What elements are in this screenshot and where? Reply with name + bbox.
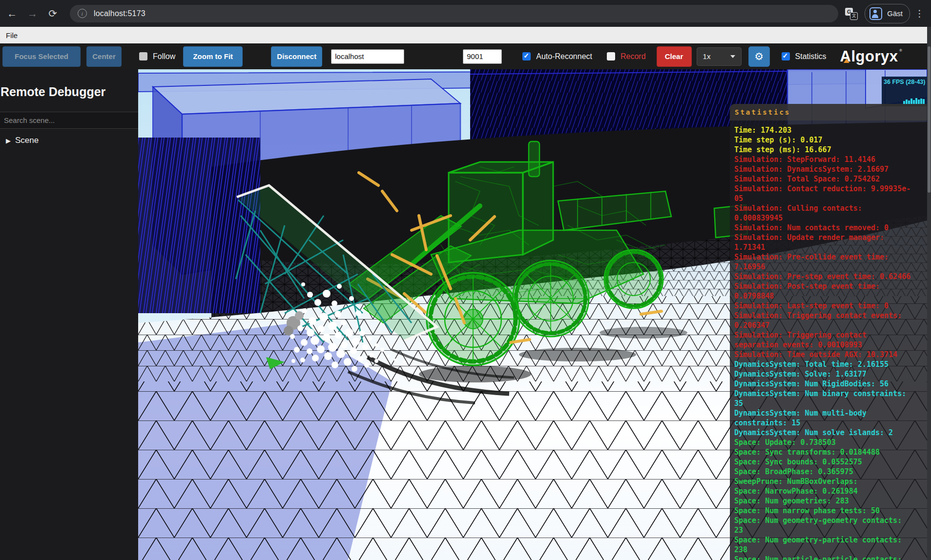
site-info-icon[interactable]: i bbox=[78, 9, 87, 18]
stat-line: Space: Num particle-particle contacts: bbox=[734, 555, 911, 560]
stat-line: DynamicsSystem: Num multi-body constrain… bbox=[734, 408, 911, 428]
fps-widget: 36 FPS (28-43) bbox=[882, 77, 927, 106]
stat-line: DynamicsSystem: Num binary constraints: … bbox=[734, 389, 911, 408]
stat-line: DynamicsSystem: Num RigidBodies: 56 bbox=[734, 379, 911, 389]
stat-line: Time step (ms): 16.667 bbox=[734, 145, 911, 155]
reload-icon[interactable]: ⟳ bbox=[44, 5, 61, 22]
avatar-icon bbox=[869, 7, 882, 20]
center-button[interactable]: Center bbox=[86, 46, 122, 67]
url-text[interactable]: localhost:5173 bbox=[94, 9, 145, 18]
settings-button[interactable]: ⚙ bbox=[748, 46, 770, 67]
search-input[interactable] bbox=[0, 112, 138, 129]
disconnect-button[interactable]: Disconnect bbox=[271, 46, 322, 67]
gear-icon: ⚙ bbox=[754, 51, 764, 62]
statistics-checkbox[interactable] bbox=[782, 52, 790, 60]
stat-line: Simulation: Total Space: 0.754262 bbox=[734, 174, 911, 184]
stat-line: Simulation: Post-step event time: 0.0798… bbox=[734, 281, 911, 301]
stat-line: SweepPrune: NumBBoxOverlaps: bbox=[734, 477, 911, 486]
scene-node-label: Scene bbox=[15, 136, 39, 145]
auto-reconnect-checkbox[interactable] bbox=[522, 52, 531, 60]
stat-line: Space: Num geometry-geometry contacts: 2… bbox=[734, 516, 911, 535]
stat-line: Simulation: Triggering contact separatio… bbox=[734, 330, 911, 350]
statistics-panel: Statistics Time: 174.203Time step (s): 0… bbox=[730, 104, 927, 560]
port-input[interactable] bbox=[463, 49, 502, 64]
translate-icon[interactable]: G 文 bbox=[845, 7, 858, 20]
browser-menu-icon[interactable]: ⋮ bbox=[915, 8, 924, 19]
menu-file[interactable]: File bbox=[0, 31, 23, 40]
stat-line: Simulation: Last-step event time: 0 bbox=[734, 301, 911, 311]
stat-line: Space: Sync transforms: 0.0184488 bbox=[734, 447, 911, 457]
chevron-down-icon bbox=[730, 55, 735, 58]
follow-label: Follow bbox=[153, 52, 175, 61]
algoryx-logo-accent bbox=[844, 59, 849, 63]
back-icon[interactable]: ← bbox=[4, 5, 21, 22]
sidebar-title: Remote Debugger bbox=[0, 85, 138, 99]
stat-line: DynamicsSystem: Num solve islands: 2 bbox=[734, 428, 911, 438]
stat-line: DynamicsSystem: Total time: 2.16155 bbox=[734, 360, 911, 369]
record-checkbox[interactable] bbox=[607, 52, 615, 60]
stat-line: Space: Num geometry-particle contacts: 2… bbox=[734, 535, 911, 555]
app-menubar: File bbox=[0, 27, 931, 44]
speed-value: 1x bbox=[703, 52, 711, 60]
translate-wen-glyph: 文 bbox=[850, 12, 858, 20]
algoryx-logo: Algoryx ® bbox=[840, 48, 898, 65]
record-label: Record bbox=[621, 52, 646, 61]
scrollbar-thumb[interactable] bbox=[928, 46, 931, 193]
profile-name: Gäst bbox=[887, 9, 903, 18]
scene-sidebar: Remote Debugger ▶ Scene bbox=[0, 69, 138, 560]
focus-selected-button[interactable]: Focus Selected bbox=[2, 46, 81, 67]
caret-right-icon[interactable]: ▶ bbox=[6, 137, 11, 144]
zoom-to-fit-button[interactable]: Zoom to Fit bbox=[183, 46, 243, 67]
stat-line: Simulation: StepForward: 11.4146 bbox=[734, 155, 911, 164]
stat-line: Space: Num narrow phase tests: 50 bbox=[734, 506, 911, 516]
profile-button[interactable]: Gäst bbox=[865, 4, 910, 23]
speed-select[interactable]: 1x bbox=[697, 47, 742, 66]
algoryx-trademark: ® bbox=[899, 48, 902, 53]
app-toolbar: Focus Selected Center Follow Zoom to Fit… bbox=[0, 43, 931, 69]
stat-line: Space: Update: 0.738503 bbox=[734, 438, 911, 447]
blue-curtain bbox=[138, 138, 260, 313]
stat-line: DynamicsSystem: Solve: 1.63177 bbox=[734, 369, 911, 379]
auto-reconnect-label: Auto-Reconnect bbox=[536, 52, 592, 61]
statistics-label: Statistics bbox=[795, 52, 827, 61]
stat-line: Simulation: Time outside AGX: 10.3714 bbox=[734, 350, 911, 360]
stat-line: Space: Num geometries: 283 bbox=[734, 496, 911, 506]
address-bar[interactable]: i localhost:5173 bbox=[70, 5, 838, 22]
page-scrollbar[interactable] bbox=[927, 27, 931, 560]
stat-line: Time step (s): 0.017 bbox=[734, 135, 911, 145]
host-input[interactable] bbox=[331, 49, 404, 64]
stat-line: Simulation: Triggering contact events: 0… bbox=[734, 311, 911, 330]
stat-line: Simulation: Contact reduction: 9.99935e-… bbox=[734, 184, 911, 203]
stat-line: Simulation: Pre-collide event time: 7.16… bbox=[734, 252, 911, 272]
sidebar-item-scene[interactable]: ▶ Scene bbox=[6, 136, 138, 145]
stat-line: Space: Sync bounds: 0.0552575 bbox=[734, 457, 911, 467]
stat-line: Simulation: Update render manager: 1.713… bbox=[734, 233, 911, 252]
stat-line: Time: 174.203 bbox=[734, 125, 911, 135]
stat-line: Simulation: Culling contacts: 0.00083994… bbox=[734, 203, 911, 223]
stat-line: Simulation: Num contacts removed: 0 bbox=[734, 223, 911, 233]
statistics-panel-header[interactable]: Statistics bbox=[730, 104, 927, 120]
stat-line: Space: NarrowPhase: 0.261984 bbox=[734, 486, 911, 496]
follow-checkbox[interactable] bbox=[139, 52, 147, 60]
browser-chrome: ← → ⟳ i localhost:5173 G 文 Gäst ⋮ bbox=[0, 0, 931, 27]
stat-line: Simulation: DynamicsSystem: 2.16697 bbox=[734, 164, 911, 174]
fps-label: 36 FPS (28-43) bbox=[882, 77, 927, 85]
clear-button[interactable]: Clear bbox=[657, 46, 692, 67]
stat-line: Space: BroadPhase: 0.365975 bbox=[734, 467, 911, 477]
statistics-panel-title: Statistics bbox=[735, 108, 790, 116]
stat-line: Simulation: Pre-step event time: 0.62466 bbox=[734, 272, 911, 281]
forward-icon[interactable]: → bbox=[24, 5, 41, 22]
statistics-lines: Time: 174.203Time step (s): 0.017Time st… bbox=[730, 120, 927, 560]
